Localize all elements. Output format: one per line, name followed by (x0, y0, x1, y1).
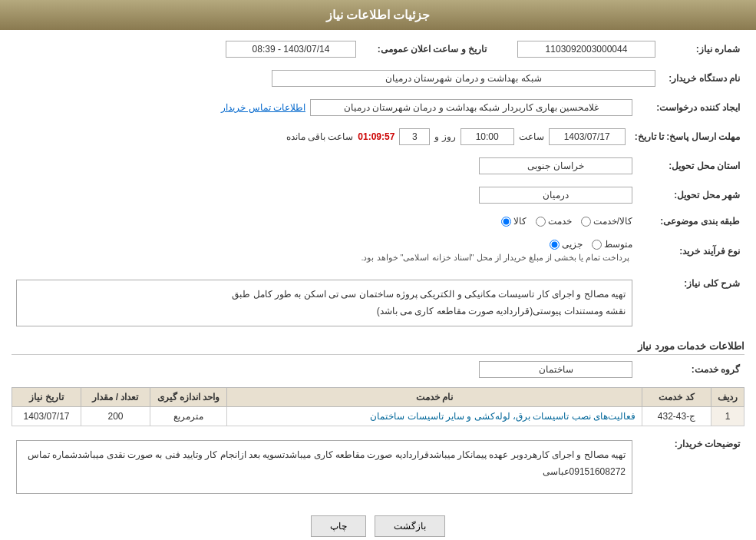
category-khedmat-label: خدمت (548, 216, 572, 227)
need-number-label: شماره نیاز: (660, 38, 744, 61)
deadline-remaining-time: 01:09:57 (358, 131, 395, 142)
service-info-section-title: اطلاعات خدمات مورد نیاز (12, 340, 744, 355)
category-kala-radio[interactable] (501, 217, 511, 227)
cell-service-code: ج-43-432 (642, 407, 711, 426)
process-mottavaset-label: متوسط (604, 239, 632, 250)
announce-time-label: تاریخ و ساعت اعلان عمومی: (361, 38, 491, 61)
process-jozvi-option[interactable]: جزیی (550, 239, 583, 250)
process-mottavaset-option[interactable]: متوسط (592, 239, 632, 250)
process-jozvi-radio[interactable] (550, 240, 560, 250)
print-button[interactable]: چاپ (311, 515, 366, 537)
city-value: درمیان (479, 187, 632, 204)
cell-quantity: 200 (81, 407, 150, 426)
buyer-notes-label: توضیحات خریدار: (637, 432, 744, 502)
need-desc-line2: نقشه ومستندات پیوستی(قراردادیه صورت مقاط… (23, 303, 626, 320)
col-service-name: نام خدمت (227, 388, 642, 407)
services-table: ردیف کد خدمت نام خدمت واحد اندازه گیری ت… (12, 387, 744, 426)
deadline-days-label: روز و (434, 131, 455, 142)
page-header: جزئیات اطلاعات نیاز (0, 0, 756, 30)
contact-link[interactable]: اطلاعات تماس خریدار (221, 102, 305, 113)
requester-label: ایجاد کننده درخواست: (637, 96, 744, 119)
deadline-time-label: ساعت (519, 131, 544, 142)
deadline-label: مهلت ارسال پاسخ: تا تاریخ: (630, 125, 744, 148)
process-mottavaset-radio[interactable] (592, 240, 602, 250)
category-kala-option[interactable]: کالا (501, 216, 527, 227)
buyer-org-label: نام دستگاه خریدار: (660, 67, 744, 90)
cell-row-num: 1 (711, 407, 744, 426)
category-kala-khedmat-radio[interactable] (581, 217, 591, 227)
process-label: نوع فرآیند خرید: (637, 236, 744, 266)
announce-time-value: 1403/07/14 - 08:39 (226, 41, 356, 58)
need-desc-line1: تهیه مصالح و اجرای کار تاسیسات مکانیکی و… (23, 287, 626, 303)
process-note: پرداخت تمام یا بخشی از مبلغ خریدار از مح… (361, 253, 632, 263)
requester-value: غلامحسین بهاری کاربردار شبکه بهداشت و در… (310, 99, 632, 116)
footer-buttons: بازگشت چاپ (12, 508, 744, 540)
province-label: استان محل تحویل: (637, 154, 744, 177)
category-kala-khedmat-option[interactable]: کالا/خدمت (581, 216, 632, 227)
table-row: 1 ج-43-432 فعالیت‌های نصب تاسیسات برق، ل… (12, 407, 744, 426)
cell-unit: مترمربع (150, 407, 227, 426)
city-label: شهر محل تحویل: (637, 184, 744, 207)
deadline-date: 1403/07/17 (549, 128, 626, 145)
col-service-code: کد خدمت (642, 388, 711, 407)
deadline-remaining-label: ساعت باقی مانده (286, 131, 354, 142)
category-khedmat-option[interactable]: خدمت (536, 216, 572, 227)
deadline-time: 10:00 (461, 128, 514, 145)
col-row-num: ردیف (711, 388, 744, 407)
cell-date: 1403/07/17 (12, 407, 81, 426)
category-kala-label: کالا (513, 216, 527, 227)
col-quantity: تعداد / مقدار (81, 388, 150, 407)
deadline-days: 3 (399, 128, 430, 145)
buyer-org-value: شبکه بهداشت و درمان شهرستان درمیان (272, 70, 655, 87)
service-group-value: ساختمان (479, 361, 632, 378)
province-value: خراسان جنوبی (479, 157, 632, 174)
cell-service-name: فعالیت‌های نصب تاسیسات برق، لوله‌کشی و س… (227, 407, 642, 426)
category-label: طبقه بندی موضوعی: (637, 213, 744, 230)
col-unit: واحد اندازه گیری (150, 388, 227, 407)
col-date: تاریخ نیاز (12, 388, 81, 407)
category-khedmat-radio[interactable] (536, 217, 546, 227)
process-jozvi-label: جزیی (562, 239, 583, 250)
category-kala-khedmat-label: کالا/خدمت (593, 216, 632, 227)
buyer-notes-text: تهیه مصالح و اجرای کارهردوبر عهده پیمانک… (16, 440, 632, 494)
need-number-value: 1103092003000044 (517, 41, 655, 58)
back-button[interactable]: بازگشت (375, 515, 445, 537)
page-title: جزئیات اطلاعات نیاز (326, 8, 431, 22)
service-group-label: گروه خدمت: (637, 358, 744, 381)
need-desc-label: شرح کلی نیاز: (637, 272, 744, 334)
need-desc-box: تهیه مصالح و اجرای کار تاسیسات مکانیکی و… (16, 280, 632, 326)
